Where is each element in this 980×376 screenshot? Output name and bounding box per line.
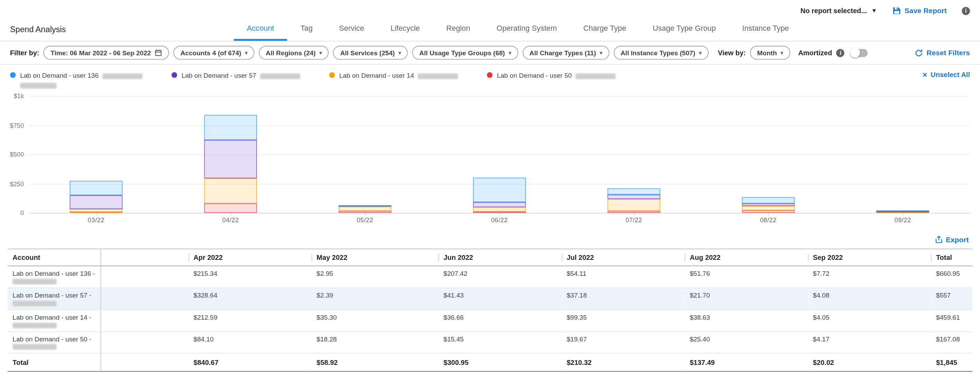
tab-account[interactable]: Account [234, 17, 287, 41]
value-cell: $2.95 [312, 266, 439, 288]
column-header-apr-2022: Apr 2022 [188, 249, 312, 266]
refresh-icon [915, 49, 923, 57]
info-icon[interactable]: i [837, 49, 845, 57]
bar-segment-08-22-lab-on-demand-user-50[interactable] [742, 210, 795, 213]
legend-dot [487, 72, 492, 78]
filter-pill-all-services-254[interactable]: All Services (254)▾ [333, 46, 408, 60]
tab-lifecycle[interactable]: Lifecycle [377, 17, 433, 41]
export-button[interactable]: Export [934, 236, 969, 244]
total-value-cell: $210.32 [562, 353, 685, 371]
table-row-lab-on-demand-user-14[interactable]: Lab on Demand - user 14 -$212.59$35.30$3… [8, 309, 972, 332]
info-icon[interactable]: i [962, 6, 970, 15]
spend-table: AccountApr 2022May 2022Jun 2022Jul 2022A… [8, 249, 972, 372]
x-axis-tick [365, 213, 366, 216]
tab-charge-type[interactable]: Charge Type [570, 17, 640, 41]
amortized-label: Amortized [798, 49, 832, 57]
legend-item-lab-on-demand-user-57[interactable]: Lab on Demand - user 57 [172, 71, 301, 90]
value-cell: $35.30 [312, 309, 439, 332]
pill-label: All Charge Types (11) [530, 49, 596, 57]
redacted-text [576, 73, 616, 79]
legend-label: Lab on Demand - user 57 [181, 71, 256, 79]
bar-segment-05-22-lab-on-demand-user-14[interactable] [339, 207, 391, 211]
bar-segment-06-22-lab-on-demand-user-14[interactable] [473, 207, 526, 211]
gridline [29, 97, 970, 97]
x-axis-tick [903, 213, 904, 216]
pill-label: All Instance Types (507) [621, 49, 695, 57]
chevron-down-icon: ▾ [699, 50, 701, 55]
bar-segment-03-22-lab-on-demand-user-14[interactable] [70, 209, 123, 213]
tab-region[interactable]: Region [433, 17, 483, 41]
table-row-lab-on-demand-user-50[interactable]: Lab on Demand - user 50 -$84.10$18.28$15… [8, 332, 972, 353]
x-axis-label: 05/22 [356, 217, 373, 224]
table-row-lab-on-demand-user-136[interactable]: Lab on Demand - user 136 -$215.34$2.95$2… [8, 266, 972, 288]
filter-by-label: Filter by: [10, 49, 39, 57]
value-cell: $38.63 [685, 309, 808, 332]
redacted-text [13, 344, 56, 350]
bar-segment-05-22-lab-on-demand-user-136[interactable] [339, 205, 391, 207]
tab-tag[interactable]: Tag [287, 17, 326, 41]
bar-segment-08-22-lab-on-demand-user-57[interactable] [742, 203, 795, 206]
bar-segment-07-22-lab-on-demand-user-136[interactable] [608, 189, 660, 195]
gridline [29, 155, 970, 155]
table-total-row: Total$840.67$58.92$300.95$210.32$137.49$… [8, 353, 972, 371]
spacer-cell [101, 309, 188, 332]
bar-segment-06-22-lab-on-demand-user-57[interactable] [473, 202, 526, 207]
bar-segment-09-22-lab-on-demand-user-136[interactable] [876, 211, 929, 212]
amortized-toggle[interactable] [851, 49, 868, 57]
total-value-cell: $300.95 [439, 353, 562, 371]
title-tab-row: Spend Analysis AccountTagServiceLifecycl… [0, 17, 980, 41]
y-axis-label: $1k [14, 93, 24, 100]
redacted-text [20, 83, 56, 89]
value-cell: $459.61 [931, 309, 972, 332]
bar-segment-06-22-lab-on-demand-user-136[interactable] [473, 178, 526, 202]
tab-operating-system[interactable]: Operating System [484, 17, 570, 41]
spacer-cell [101, 332, 188, 353]
save-report-button[interactable]: Save Report [892, 6, 947, 15]
close-icon: ✕ [922, 71, 928, 78]
bar-segment-03-22-lab-on-demand-user-57[interactable] [70, 195, 123, 209]
x-axis-label: 09/22 [894, 217, 911, 224]
bar-segment-04-22-lab-on-demand-user-136[interactable] [204, 115, 257, 140]
bar-segment-03-22-lab-on-demand-user-136[interactable] [70, 181, 123, 195]
pill-label: Time: 06 Mar 2022 - 06 Sep 2022 [51, 49, 151, 57]
x-axis-tick [96, 213, 97, 216]
legend-item-lab-on-demand-user-50[interactable]: Lab on Demand - user 50 [487, 71, 616, 90]
filter-pill-all-instance-types-507[interactable]: All Instance Types (507)▾ [614, 46, 708, 60]
pill-label: All Regions (24) [266, 49, 316, 57]
tab-usage-type-group[interactable]: Usage Type Group [640, 17, 729, 41]
x-axis-label: 07/22 [625, 217, 642, 224]
bar-segment-07-22-lab-on-demand-user-14[interactable] [608, 199, 660, 211]
reset-filters-button[interactable]: Reset Filters [915, 49, 970, 57]
view-by-label: View by: [718, 49, 746, 57]
bar-segment-04-22-lab-on-demand-user-50[interactable] [204, 203, 257, 213]
value-cell: $4.17 [808, 332, 931, 353]
unselect-all-button[interactable]: ✕ Unselect All [922, 71, 970, 78]
filter-pill-time-06-mar-2022-06-sep-2022[interactable]: Time: 06 Mar 2022 - 06 Sep 2022 [44, 46, 169, 60]
total-value-cell: $58.92 [312, 353, 439, 371]
table-row-lab-on-demand-user-57[interactable]: Lab on Demand - user 57 -$328.64$2.39$41… [8, 288, 972, 309]
legend-label: Lab on Demand - user 14 [339, 71, 414, 79]
bar-segment-07-22-lab-on-demand-user-57[interactable] [608, 195, 660, 199]
value-cell: $2.39 [312, 288, 439, 309]
legend-item-lab-on-demand-user-14[interactable]: Lab on Demand - user 14 [329, 71, 458, 90]
bar-segment-08-22-lab-on-demand-user-14[interactable] [742, 206, 795, 210]
column-header-account: Account [8, 249, 101, 266]
bar-segment-04-22-lab-on-demand-user-14[interactable] [204, 178, 257, 203]
value-cell: $4.05 [808, 309, 931, 332]
y-axis: $1k$750$500$2500 [8, 97, 29, 213]
bar-segment-04-22-lab-on-demand-user-57[interactable] [204, 140, 257, 178]
column-header-may-2022: May 2022 [312, 249, 439, 266]
filter-pill-all-charge-types-11[interactable]: All Charge Types (11)▾ [522, 46, 609, 60]
value-cell: $212.59 [188, 309, 312, 332]
view-by-select[interactable]: Month ▾ [750, 46, 790, 60]
x-axis-label: 08/22 [760, 217, 777, 224]
filter-pill-accounts-4-of-674[interactable]: Accounts 4 (of 674)▾ [173, 46, 255, 60]
filter-pill-all-regions-24[interactable]: All Regions (24)▾ [259, 46, 329, 60]
tab-instance-type[interactable]: Instance Type [729, 17, 802, 41]
tab-service[interactable]: Service [326, 17, 377, 41]
filter-pill-all-usage-type-groups-68[interactable]: All Usage Type Groups (68)▾ [412, 46, 519, 60]
bar-segment-08-22-lab-on-demand-user-136[interactable] [742, 197, 795, 203]
chevron-down-icon: ▾ [245, 50, 248, 55]
legend-item-lab-on-demand-user-136[interactable]: Lab on Demand - user 136 [10, 71, 142, 90]
report-selector[interactable]: No report selected... ▼ [800, 7, 877, 14]
